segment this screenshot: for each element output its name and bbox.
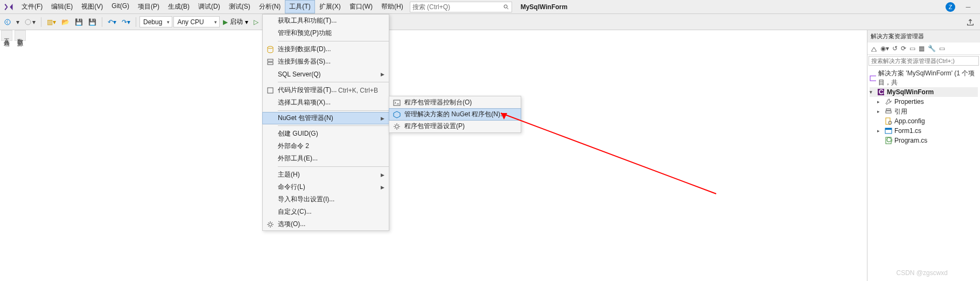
home-icon[interactable] — [871, 45, 877, 52]
save-all-icon[interactable]: 💾 — [86, 17, 99, 27]
menu-10[interactable]: 扩展(X) — [315, 0, 345, 13]
menu-4[interactable]: 项目(P) — [134, 0, 164, 13]
save-icon[interactable]: 💾 — [73, 17, 85, 27]
menu-9[interactable]: 工具(T) — [285, 0, 314, 13]
submenu-arrow-icon: ▶ — [378, 72, 384, 77]
menu-3[interactable]: Git(G) — [107, 0, 134, 13]
svg-point-0 — [504, 5, 507, 8]
tree-label: Form1.cs — [894, 127, 921, 135]
menuitem[interactable]: 选择工具箱项(X)... — [263, 96, 389, 109]
show-all-icon[interactable]: ▦ — [919, 45, 925, 52]
refresh-icon[interactable]: ⟳ — [901, 45, 906, 52]
pkg-icon — [389, 111, 404, 118]
menu-6[interactable]: 调试(D) — [194, 0, 225, 13]
menuitem-label: 管理和预览(P)功能 — [278, 29, 378, 38]
menuitem[interactable]: 命令行(L)▶ — [263, 181, 389, 193]
menuitem[interactable]: 主题(H)▶ — [263, 168, 389, 181]
menuitem[interactable]: 外部工具(E)... — [263, 152, 389, 165]
menu-5[interactable]: 生成(B) — [164, 0, 194, 13]
toolbox-tab[interactable]: 工具箱 — [1, 30, 12, 41]
tree-item[interactable]: ▸Form1.cs — [870, 126, 978, 136]
menuitem-label: 导入和导出设置(I)... — [278, 195, 378, 204]
minimize-button[interactable]: ─ — [961, 2, 976, 12]
menuitem[interactable]: 管理和预览(P)功能 — [263, 27, 389, 39]
nav-fwd-icon[interactable]: ▾ — [14, 17, 22, 27]
solution-name: MySqlWinForm — [521, 3, 568, 11]
solution-node[interactable]: 解决方案 'MySqlWinForm' (1 个项目，共 — [870, 69, 978, 87]
properties-icon[interactable]: 🔧 — [928, 45, 936, 52]
ref-icon — [885, 108, 892, 115]
tree-item[interactable]: ▸引用 — [870, 107, 978, 116]
svg-point-8 — [269, 223, 272, 226]
preview-icon[interactable]: ▭ — [939, 45, 945, 52]
menuitem[interactable]: 代码片段管理器(T)...Ctrl+K, Ctrl+B — [263, 84, 389, 96]
tree-label: 引用 — [894, 107, 907, 116]
start-without-debug-icon[interactable]: ▷ — [251, 17, 261, 27]
menu-0[interactable]: 文件(F) — [17, 0, 47, 13]
panel-title: 解决方案资源管理器 — [867, 30, 980, 43]
tree-item[interactable]: ▾C#MySqlWinForm — [870, 87, 978, 97]
menuitem[interactable]: NuGet 包管理器(N)▶ — [262, 112, 389, 124]
menuitem[interactable]: 选项(O)... — [263, 218, 389, 230]
menuitem[interactable]: 创建 GUID(G) — [263, 128, 389, 140]
explorer-toolbar: ◉▾ ↺ ⟳ ▭ ▦ 🔧 ▭ — [867, 43, 980, 55]
new-icon[interactable]: ▥▾ — [45, 17, 58, 27]
switch-views-icon[interactable]: ◉▾ — [880, 45, 889, 52]
collapse-icon[interactable]: ▭ — [909, 45, 915, 52]
live-share-icon[interactable] — [966, 18, 975, 27]
menuitem[interactable]: 程序包管理器控制台(O) — [389, 96, 521, 109]
menuitem-label: 选择工具箱项(X)... — [278, 98, 378, 107]
expand-icon[interactable]: ▸ — [877, 109, 883, 114]
start-debug-button[interactable]: ▶ 启动 ▾ — [221, 17, 250, 26]
tree-item[interactable]: C#Program.cs — [870, 136, 978, 145]
menuitem[interactable]: 外部命令 2 — [263, 140, 389, 152]
quick-search-input[interactable] — [412, 3, 503, 11]
tree-item[interactable]: App.config — [870, 116, 978, 126]
svg-rect-21 — [885, 128, 892, 130]
console-icon — [389, 99, 404, 107]
user-avatar[interactable]: Z — [946, 2, 955, 12]
menuitem[interactable]: 获取工具和功能(T)... — [263, 15, 389, 27]
svg-line-1 — [507, 8, 508, 9]
quick-search[interactable] — [410, 2, 512, 12]
menu-8[interactable]: 分析(N) — [255, 0, 285, 13]
expand-icon[interactable]: ▸ — [877, 99, 883, 104]
open-icon[interactable]: 📂 — [59, 17, 72, 27]
menuitem[interactable]: 管理解决方案的 NuGet 程序包(N)... — [389, 108, 521, 121]
redo-icon[interactable]: ↷▾ — [120, 17, 132, 27]
menuitem[interactable]: 连接到服务器(S)... — [263, 55, 389, 68]
standard-toolbar: ▾ ▾ ▥▾ 📂 💾 💾 ↶▾ ↷▾ Debug Any CPU ▶ 启动 ▾ … — [0, 14, 980, 30]
submenu-arrow-icon: ▶ — [378, 185, 384, 190]
explorer-search-input[interactable] — [871, 58, 976, 64]
menu-7[interactable]: 测试(S) — [225, 0, 255, 13]
svg-rect-5 — [268, 59, 273, 61]
menu-11[interactable]: 窗口(W) — [345, 0, 377, 13]
config-combo[interactable]: Debug — [139, 16, 172, 27]
svg-text:C#: C# — [879, 88, 885, 96]
menuitem[interactable]: SQL Server(Q)▶ — [263, 68, 389, 80]
menuitem-label: 命令行(L) — [278, 182, 378, 192]
menuitem[interactable]: 自定义(C)... — [263, 206, 389, 218]
nav-circle-icon[interactable]: ▾ — [23, 17, 38, 27]
svg-point-4 — [268, 46, 273, 48]
explorer-search[interactable] — [869, 56, 979, 66]
tree-item[interactable]: ▸Properties — [870, 97, 978, 107]
expand-icon[interactable]: ▸ — [877, 128, 883, 134]
menuitem[interactable]: 导入和导出设置(I)... — [263, 193, 389, 206]
sync-icon[interactable]: ↺ — [892, 45, 898, 52]
svg-rect-13 — [870, 76, 876, 81]
menu-12[interactable]: 帮助(H) — [377, 0, 408, 13]
menu-1[interactable]: 编辑(E) — [47, 0, 77, 13]
expand-icon[interactable]: ▾ — [870, 89, 875, 95]
menu-2[interactable]: 视图(V) — [77, 0, 107, 13]
menuitem[interactable]: 程序包管理器设置(P) — [389, 120, 521, 132]
svg-rect-6 — [268, 62, 273, 65]
srv-icon — [263, 58, 278, 66]
nav-back-icon[interactable] — [2, 18, 13, 26]
datasources-tab[interactable]: 数据源 — [15, 30, 26, 41]
svg-line-11 — [501, 113, 716, 194]
menuitem-label: 管理解决方案的 NuGet 程序包(N)... — [404, 110, 510, 119]
platform-combo[interactable]: Any CPU — [173, 16, 220, 27]
undo-icon[interactable]: ↶▾ — [106, 17, 118, 27]
menuitem[interactable]: 连接到数据库(D)... — [263, 43, 389, 55]
